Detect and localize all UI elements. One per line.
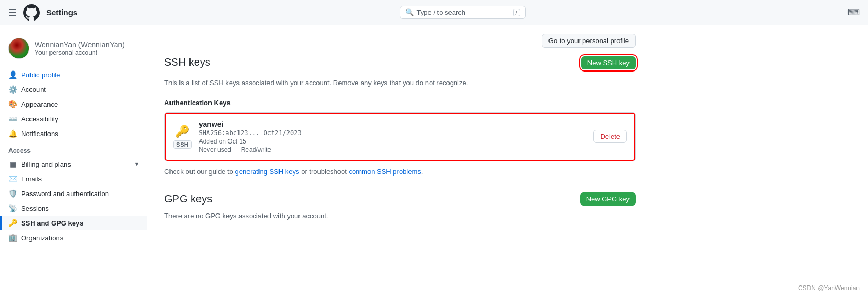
key-icon-wrapper: 🔑 SSH (173, 125, 192, 149)
ssh-section-header: SSH keys New SSH key (164, 56, 636, 69)
search-icon: 🔍 (405, 8, 414, 16)
sidebar-item-organizations[interactable]: 🏢 Organizations (0, 230, 147, 245)
search-slash-badge: / (513, 9, 520, 16)
delete-ssh-key-button[interactable]: Delete (593, 130, 627, 143)
main-layout: WennianYan (WennianYan) Your personal ac… (0, 25, 868, 296)
access-section-label: Access (0, 141, 147, 157)
accessibility-icon: ⌨️ (8, 115, 17, 123)
sidebar-item-label: Appearance (21, 100, 138, 108)
avatar-image (9, 38, 29, 59)
sidebar-item-label: Accessibility (21, 115, 138, 123)
sidebar-item-billing[interactable]: ▦ Billing and plans ▾ (0, 157, 147, 171)
sidebar: WennianYan (WennianYan) Your personal ac… (0, 25, 147, 296)
auth-keys-label: Authentication Keys (164, 99, 636, 107)
key-added-date: Added on Oct 15 (199, 138, 302, 145)
gpg-section-header: GPG keys New GPG key (164, 192, 636, 206)
ssh-key-card: 🔑 SSH yanwei SHA256:abc123... Oct21/2023… (165, 113, 635, 161)
email-icon: ✉️ (8, 175, 17, 183)
key-icon: 🔑 (175, 125, 189, 138)
sidebar-item-label: SSH and GPG keys (21, 219, 138, 227)
user-info: WennianYan (WennianYan) Your personal ac… (35, 40, 125, 56)
key-details: yanwei SHA256:abc123... Oct21/2023 Added… (199, 120, 302, 154)
sidebar-item-emails[interactable]: ✉️ Emails (0, 171, 147, 186)
sidebar-item-accessibility[interactable]: ⌨️ Accessibility (0, 111, 147, 126)
sidebar-item-password[interactable]: 🛡️ Password and authentication (0, 186, 147, 201)
sidebar-item-appearance[interactable]: 🎨 Appearance (0, 97, 147, 111)
github-logo-icon (23, 4, 40, 21)
sidebar-item-label: Notifications (21, 130, 138, 138)
terminal-icon[interactable]: ⌨ (847, 7, 860, 17)
sidebar-item-label: Organizations (21, 234, 138, 242)
sidebar-item-public-profile[interactable]: 👤 Public profile (0, 67, 147, 82)
bell-icon: 🔔 (8, 129, 17, 138)
go-to-personal-profile-button[interactable]: Go to your personal profile (542, 34, 636, 48)
csdn-watermark: CSDN @YanWennian (798, 284, 860, 292)
ssh-guide-text: Check out our guide to generating SSH ke… (164, 168, 636, 176)
ssh-description: This is a list of SSH keys associated wi… (164, 78, 636, 88)
sidebar-item-label: Account (21, 86, 138, 94)
user-subtext: Your personal account (35, 49, 125, 56)
appearance-icon: 🎨 (8, 100, 17, 108)
ssh-type-badge: SSH (173, 140, 192, 149)
gear-icon: ⚙️ (8, 85, 17, 94)
sidebar-item-label: Public profile (21, 71, 138, 79)
key-name: yanwei (199, 120, 302, 128)
nav-right: ⌨ (847, 7, 860, 17)
person-icon: 👤 (8, 70, 17, 79)
avatar (8, 38, 29, 59)
common-ssh-problems-link[interactable]: common SSH problems (349, 168, 421, 176)
new-gpg-key-button[interactable]: New GPG key (580, 192, 636, 206)
username: WennianYan (WennianYan) (35, 40, 125, 49)
sidebar-item-label: Emails (21, 175, 138, 183)
search-placeholder: Type / to search (417, 8, 466, 16)
sidebar-item-label: Password and authentication (21, 190, 138, 198)
sidebar-item-label: Sessions (21, 205, 138, 212)
key-icon: 🔑 (8, 219, 17, 227)
shield-icon: 🛡️ (8, 189, 17, 198)
sidebar-item-notifications[interactable]: 🔔 Notifications (0, 126, 147, 141)
sidebar-item-ssh-gpg[interactable]: 🔑 SSH and GPG keys (0, 216, 147, 230)
nav-left: ☰ Settings (8, 4, 77, 21)
sessions-icon: 📡 (8, 204, 17, 212)
search-box[interactable]: 🔍 Type / to search / (400, 6, 526, 19)
sidebar-item-account[interactable]: ⚙️ Account (0, 82, 147, 97)
new-ssh-key-button[interactable]: New SSH key (581, 56, 636, 69)
page-title: Settings (46, 8, 77, 17)
sidebar-item-label: Billing and plans (21, 160, 131, 168)
ssh-section-title: SSH keys (164, 56, 211, 68)
generating-ssh-keys-link[interactable]: generating SSH keys (235, 168, 299, 176)
key-usage: Never used — Read/write (199, 146, 302, 154)
no-gpg-text: There are no GPG keys associated with yo… (164, 212, 636, 220)
user-profile-section: WennianYan (WennianYan) Your personal ac… (0, 34, 147, 67)
gpg-section-title: GPG keys (164, 193, 212, 205)
ssh-key-card-container: 🔑 SSH yanwei SHA256:abc123... Oct21/2023… (164, 112, 636, 161)
sidebar-item-sessions[interactable]: 📡 Sessions (0, 201, 147, 216)
org-icon: 🏢 (8, 233, 17, 242)
ssh-key-left: 🔑 SSH yanwei SHA256:abc123... Oct21/2023… (173, 120, 302, 154)
main-content: Go to your personal profile SSH keys New… (147, 25, 653, 296)
key-fingerprint: SHA256:abc123... Oct21/2023 (199, 129, 302, 137)
hamburger-menu-icon[interactable]: ☰ (8, 7, 17, 18)
chevron-down-icon: ▾ (135, 160, 138, 168)
billing-icon: ▦ (8, 160, 17, 168)
top-navigation: ☰ Settings 🔍 Type / to search / ⌨ (0, 0, 868, 25)
